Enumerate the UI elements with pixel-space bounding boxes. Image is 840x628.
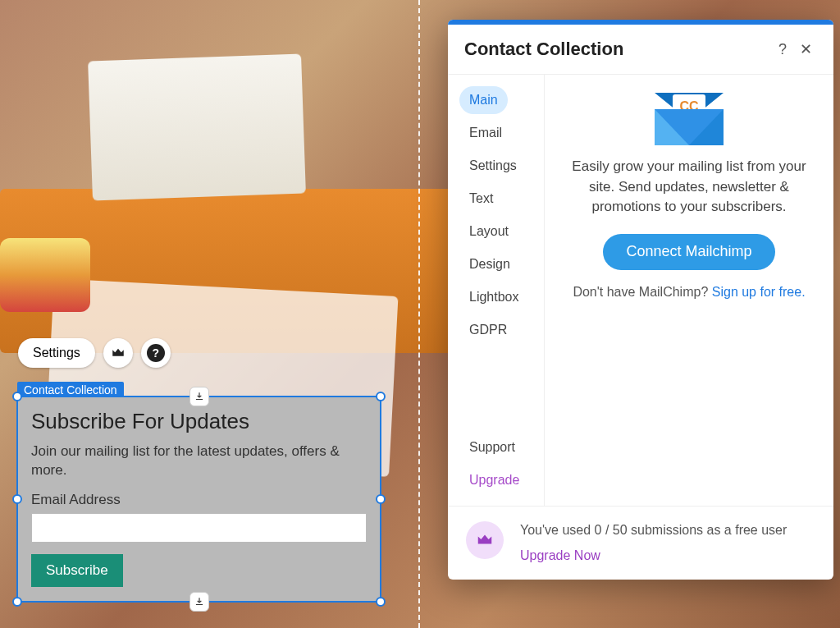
bg-swatches — [0, 238, 90, 312]
resize-handle-tl[interactable] — [12, 392, 22, 401]
signup-link[interactable]: Sign up for free. — [712, 285, 806, 299]
download-icon — [194, 391, 205, 402]
sidebar-item-support[interactable]: Support — [459, 433, 525, 461]
sidebar-item-email[interactable]: Email — [459, 119, 512, 147]
footer-text: You've used 0 / 50 submissions as a free… — [520, 521, 787, 565]
panel-help-button[interactable]: ? — [771, 38, 794, 61]
sidebar-bottom-group: Support Upgrade — [459, 433, 544, 494]
resize-handle-bl[interactable] — [12, 597, 22, 607]
upgrade-now-link[interactable]: Upgrade Now — [520, 547, 787, 565]
widget-description: Join our mailing list for the latest upd… — [31, 442, 367, 480]
connect-mailchimp-button[interactable]: Connect Mailchimp — [603, 234, 774, 270]
sidebar-item-text[interactable]: Text — [459, 185, 503, 213]
email-input[interactable] — [31, 513, 367, 543]
content-lead: Easily grow your mailing list from your … — [566, 157, 812, 218]
sidebar-item-design[interactable]: Design — [459, 250, 520, 278]
panel-content: CC Easily grow your mailing list from yo… — [545, 75, 833, 506]
subscribe-button[interactable]: Subscribe — [31, 554, 123, 587]
sidebar-item-gdpr[interactable]: GDPR — [459, 316, 517, 344]
resize-handle-br[interactable] — [376, 597, 386, 607]
resize-handle-tr[interactable] — [376, 392, 386, 401]
resize-handle-mr[interactable] — [376, 494, 386, 504]
usage-text: You've used 0 / 50 submissions as a free… — [520, 523, 787, 537]
download-icon — [194, 596, 205, 607]
signup-row: Don't have MailChimp? Sign up for free. — [566, 285, 812, 300]
editor-canvas: Settings ? Contact Collection Subscribe … — [0, 0, 840, 628]
widget-toolbar: Settings ? — [18, 338, 171, 368]
panel-footer: You've used 0 / 50 submissions as a free… — [448, 506, 833, 580]
envelope-icon: CC — [655, 93, 724, 145]
settings-button[interactable]: Settings — [18, 338, 95, 368]
sidebar-item-upgrade[interactable]: Upgrade — [459, 466, 529, 494]
sidebar-main-group: Main Email Settings Text Layout Design L… — [459, 86, 544, 344]
resize-handle-ml[interactable] — [12, 494, 22, 504]
contact-collection-widget[interactable]: Subscribe For Updates Join our mailing l… — [16, 396, 381, 603]
settings-panel: Contact Collection ? ✕ Main Email Settin… — [448, 20, 833, 580]
help-icon: ? — [147, 344, 165, 362]
spacing-handle-bottom[interactable] — [189, 592, 209, 612]
vertical-guide — [418, 0, 420, 628]
upgrade-button[interactable] — [103, 338, 133, 368]
sidebar-item-lightbox[interactable]: Lightbox — [459, 283, 529, 311]
panel-body: Main Email Settings Text Layout Design L… — [448, 75, 833, 506]
crown-badge — [466, 521, 504, 559]
help-button[interactable]: ? — [141, 338, 171, 368]
spacing-handle-top[interactable] — [189, 387, 209, 406]
sidebar-item-layout[interactable]: Layout — [459, 218, 518, 245]
crown-icon — [111, 346, 126, 360]
signup-prefix: Don't have MailChimp? — [573, 285, 711, 299]
sidebar-item-main[interactable]: Main — [459, 86, 508, 114]
panel-sidebar: Main Email Settings Text Layout Design L… — [448, 75, 545, 506]
bg-laptop — [88, 54, 306, 201]
sidebar-item-settings[interactable]: Settings — [459, 152, 527, 180]
crown-icon — [476, 531, 494, 549]
panel-title: Contact Collection — [464, 39, 771, 60]
panel-close-button[interactable]: ✕ — [794, 38, 817, 61]
email-label: Email Address — [31, 492, 367, 508]
widget-title: Subscribe For Updates — [31, 409, 367, 434]
panel-header: Contact Collection ? ✕ — [448, 25, 833, 75]
